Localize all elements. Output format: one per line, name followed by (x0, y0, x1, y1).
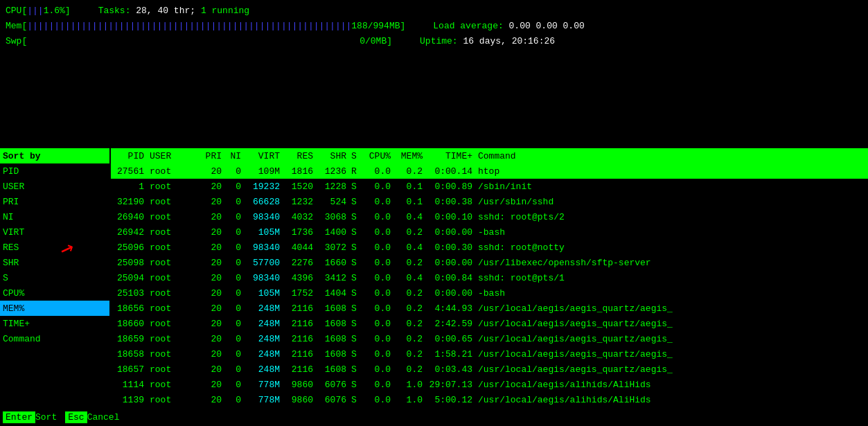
proc-cmd: /sbin/init (475, 181, 868, 192)
proc-res: 2116 (283, 334, 316, 344)
proc-mem: 1.0 (393, 380, 425, 390)
proc-user: root (147, 197, 195, 207)
proc-pri: 20 (195, 258, 224, 268)
proc-user: root (147, 380, 195, 390)
sort-item-pri[interactable]: PRI (0, 194, 109, 209)
proc-user: root (147, 303, 195, 314)
proc-time: 0:00.00 (425, 258, 475, 268)
proc-shr: 1608 (316, 334, 349, 344)
proc-ni: 0 (224, 181, 244, 192)
proc-pid: 26942 (111, 227, 147, 238)
proc-time: 0:00.89 (425, 181, 475, 192)
proc-time: 5:00.12 (425, 395, 475, 405)
proc-time: 0:00.84 (425, 273, 475, 283)
proc-pri: 20 (195, 303, 224, 314)
table-row[interactable]: 18659 root 20 0 248M 2116 1608 S 0.0 0.2… (111, 331, 868, 346)
proc-shr: 1660 (316, 258, 349, 268)
table-row[interactable]: 25094 root 20 0 98340 4396 3412 S 0.0 0.… (111, 270, 868, 285)
table-row[interactable]: 1 root 20 0 19232 1520 1228 S 0.0 0.1 0:… (111, 179, 868, 194)
proc-ni: 0 (224, 166, 244, 177)
table-row[interactable]: 18660 root 20 0 248M 2116 1608 S 0.0 0.2… (111, 316, 868, 331)
proc-shr: 1400 (316, 227, 349, 238)
table-row[interactable]: 26940 root 20 0 98340 4032 3068 S 0.0 0.… (111, 209, 868, 224)
proc-cpu: 0.0 (362, 395, 393, 405)
sort-item-res[interactable]: RES (0, 240, 109, 255)
uptime-section: Uptime: 16 days, 20:16:26 (420, 36, 555, 46)
swp-label: Swp[ (6, 36, 27, 46)
sort-item-cpu[interactable]: CPU% (0, 285, 109, 301)
table-row[interactable]: 18656 root 20 0 248M 2116 1608 S 0.0 0.2… (111, 301, 868, 316)
proc-virt: 248M (244, 349, 283, 360)
table-row[interactable]: 25103 root 20 0 105M 1752 1404 S 0.0 0.2… (111, 285, 868, 301)
proc-user: root (147, 273, 195, 283)
proc-pid: 1139 (111, 395, 147, 405)
proc-shr: 1236 (316, 166, 349, 177)
proc-virt: 66628 (244, 197, 283, 207)
proc-time: 0:00.65 (425, 334, 475, 344)
table-row[interactable]: 1139 root 20 0 778M 9860 6076 S 0.0 1.0 … (111, 392, 868, 407)
table-row[interactable]: 27561 root 20 0 109M 1816 1236 R 0.0 0.2… (111, 163, 868, 179)
table-row[interactable]: 25098 root 20 0 57700 2276 1660 S 0.0 0.… (111, 255, 868, 270)
table-row[interactable]: 18658 root 20 0 248M 2116 1608 S 0.0 0.2… (111, 346, 868, 362)
proc-pri: 20 (195, 242, 224, 253)
proc-cmd: /usr/local/aegis/alihids/AliHids (475, 395, 868, 405)
proc-cmd: htop (475, 166, 868, 177)
sort-item-time[interactable]: TIME+ (0, 316, 109, 331)
sort-item-s[interactable]: S (0, 270, 109, 285)
sort-by-label: Sort by (0, 148, 109, 163)
proc-pid: 18660 (111, 319, 147, 329)
proc-cpu: 0.0 (362, 181, 393, 192)
proc-time: 0:03.43 (425, 364, 475, 375)
table-row[interactable]: 1114 root 20 0 778M 9860 6076 S 0.0 1.0 … (111, 377, 868, 392)
sort-item-pid[interactable]: PID (0, 163, 109, 179)
proc-mem: 0.2 (393, 258, 425, 268)
proc-pid: 18659 (111, 334, 147, 344)
cpu-bar: ||| (27, 6, 43, 16)
proc-ni: 0 (224, 334, 244, 344)
proc-virt: 98340 (244, 273, 283, 283)
sort-item-shr[interactable]: SHR (0, 255, 109, 270)
proc-virt: 248M (244, 319, 283, 329)
proc-s: S (349, 273, 362, 283)
proc-virt: 57700 (244, 258, 283, 268)
proc-cmd: /usr/local/aegis/aegis_quartz/aegis_ (475, 334, 868, 344)
proc-shr: 1228 (316, 181, 349, 192)
sort-item-user[interactable]: USER (0, 179, 109, 194)
proc-res: 4396 (283, 273, 316, 283)
proc-pid: 18657 (111, 364, 147, 375)
sort-item-mem[interactable]: MEM% (0, 301, 109, 316)
proc-s: S (349, 227, 362, 238)
proc-cpu: 0.0 (362, 227, 393, 238)
proc-pid: 25098 (111, 258, 147, 268)
proc-virt: 778M (244, 380, 283, 390)
col-header-user: USER (147, 151, 195, 161)
proc-ni: 0 (224, 197, 244, 207)
screen: CPU[||| 1.6%] Tasks: 28, 40 thr; 1 runni… (0, 0, 868, 426)
cpu-label: CPU[ (6, 6, 27, 16)
load-section: Load average: 0.00 0.00 0.00 (433, 21, 584, 31)
proc-pri: 20 (195, 349, 224, 360)
proc-user: root (147, 319, 195, 329)
proc-pid: 25096 (111, 242, 147, 253)
proc-user: root (147, 227, 195, 238)
proc-mem: 0.2 (393, 334, 425, 344)
sort-item-virt[interactable]: VIRT (0, 224, 109, 240)
proc-ni: 0 (224, 380, 244, 390)
proc-user: root (147, 166, 195, 177)
proc-pid: 27561 (111, 166, 147, 177)
sort-item-cmd[interactable]: Command (0, 331, 109, 346)
proc-res: 9860 (283, 380, 316, 390)
proc-shr: 3072 (316, 242, 349, 253)
header-area: CPU[||| 1.6%] Tasks: 28, 40 thr; 1 runni… (0, 0, 868, 74)
col-header-s: S (349, 151, 362, 161)
proc-res: 1520 (283, 181, 316, 192)
table-row[interactable]: 32190 root 20 0 66628 1232 524 S 0.0 0.1… (111, 194, 868, 209)
table-row[interactable]: 18657 root 20 0 248M 2116 1608 S 0.0 0.2… (111, 362, 868, 377)
table-row[interactable]: 25096 root 20 0 98340 4044 3072 S 0.0 0.… (111, 240, 868, 255)
col-header-time: TIME+ (425, 151, 475, 161)
proc-cpu: 0.0 (362, 349, 393, 360)
proc-mem: 0.2 (393, 364, 425, 375)
sort-item-ni[interactable]: NI (0, 209, 109, 224)
proc-cmd: /usr/local/aegis/aegis_quartz/aegis_ (475, 349, 868, 360)
table-row[interactable]: 26942 root 20 0 105M 1736 1400 S 0.0 0.2… (111, 224, 868, 240)
